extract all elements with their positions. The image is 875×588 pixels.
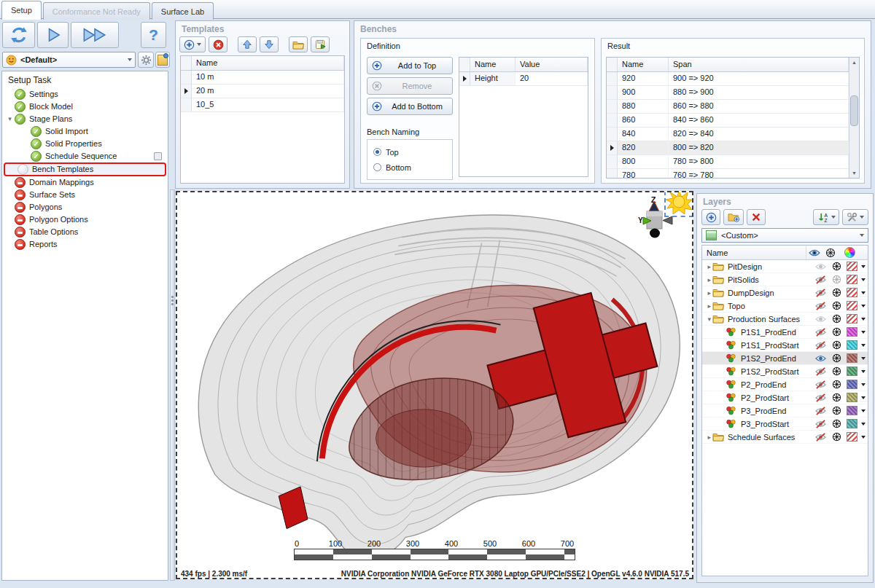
sidebar-item-surface-sets[interactable]: Surface Sets bbox=[2, 189, 168, 201]
table-row[interactable]: 800 780 => 800 bbox=[607, 155, 849, 169]
sidebar-item-settings[interactable]: ✓ Settings bbox=[2, 88, 168, 101]
layer-name[interactable]: P3_ProdEnd bbox=[738, 407, 812, 415]
visibility-column-header[interactable] bbox=[806, 248, 822, 257]
template-delete-button[interactable] bbox=[209, 36, 228, 52]
layer-name[interactable]: Production Surfaces bbox=[725, 315, 812, 324]
twisty-icon[interactable]: ▸ bbox=[702, 302, 711, 310]
layer-name[interactable]: P1S2_ProdStart bbox=[738, 367, 812, 376]
color-swatch[interactable] bbox=[847, 380, 858, 389]
layer-options-caret[interactable] bbox=[859, 436, 868, 439]
layer-name[interactable]: P2_ProdStart bbox=[738, 393, 812, 402]
visibility-toggle[interactable] bbox=[812, 302, 828, 310]
template-import-button[interactable] bbox=[289, 36, 308, 52]
bench-param-value[interactable]: 20 bbox=[516, 72, 588, 85]
visibility-toggle[interactable] bbox=[812, 367, 828, 376]
result-span-header[interactable]: Span bbox=[669, 58, 849, 71]
layer-options-caret[interactable] bbox=[859, 383, 868, 386]
color-swatch[interactable] bbox=[847, 366, 858, 376]
filter-toggle[interactable] bbox=[828, 288, 844, 297]
sidebar-item-block-model[interactable]: ✓ Block Model bbox=[2, 101, 168, 113]
color-swatch[interactable] bbox=[847, 262, 858, 271]
layer-options-caret[interactable] bbox=[859, 423, 868, 426]
sidebar-item-polygons[interactable]: Polygons bbox=[2, 201, 168, 213]
result-span-cell[interactable]: 760 => 780 bbox=[669, 169, 849, 178]
template-name-cell[interactable]: 10 m bbox=[192, 71, 344, 84]
layer-row-schedule-surfaces[interactable]: ▸ Schedule Surfaces bbox=[702, 431, 868, 444]
add-to-top-button[interactable]: Add to Top bbox=[367, 57, 453, 74]
layer-options-caret[interactable] bbox=[859, 331, 868, 334]
sidebar-item-solid-properties[interactable]: ✓ Solid Properties bbox=[2, 138, 168, 150]
sidebar-item-schedule-sequence[interactable]: ✓ Schedule Sequence bbox=[2, 150, 168, 162]
result-name-cell[interactable]: 860 bbox=[618, 114, 669, 127]
template-move-up-button[interactable] bbox=[238, 36, 257, 52]
result-name-cell[interactable]: 920 bbox=[618, 72, 669, 85]
result-span-cell[interactable]: 900 => 920 bbox=[669, 72, 849, 85]
run-button[interactable] bbox=[37, 22, 69, 48]
layer-row-p2-prodend[interactable]: P2_ProdEnd bbox=[702, 378, 868, 391]
filter-toggle[interactable] bbox=[828, 366, 844, 376]
sidebar-item-stage-plans[interactable]: ▾ ✓ Stage Plans bbox=[2, 113, 168, 125]
layer-options-caret[interactable] bbox=[859, 278, 868, 281]
filter-toggle[interactable] bbox=[828, 327, 844, 337]
sidebar-item-solid-import[interactable]: ✓ Solid Import bbox=[2, 125, 168, 138]
layer-name[interactable]: P3_ProdStart bbox=[738, 420, 812, 428]
table-row[interactable]: Height (m) 20 bbox=[459, 72, 588, 86]
layer-sort-button[interactable]: A Z bbox=[813, 209, 839, 225]
scroll-thumb[interactable] bbox=[850, 95, 858, 126]
bench-naming-radio-bottom[interactable]: Bottom bbox=[373, 160, 446, 175]
result-name-header[interactable]: Name bbox=[618, 58, 669, 71]
layer-options-caret[interactable] bbox=[859, 265, 868, 268]
run-all-button[interactable] bbox=[71, 22, 119, 48]
color-swatch[interactable] bbox=[847, 353, 858, 363]
layer-name[interactable]: PitDesign bbox=[725, 262, 812, 271]
layer-row-p3-prodstart[interactable]: P3_ProdStart bbox=[702, 418, 868, 431]
viewport-splitter[interactable] bbox=[170, 189, 175, 581]
def-value-header[interactable]: Value bbox=[516, 58, 588, 71]
templates-name-header[interactable]: Name bbox=[192, 56, 344, 70]
note-indicator-icon[interactable] bbox=[154, 152, 162, 160]
layer-name[interactable]: Topo bbox=[725, 302, 812, 310]
layer-options-caret[interactable] bbox=[859, 409, 868, 412]
layer-row-p2-prodstart[interactable]: P2_ProdStart bbox=[702, 391, 868, 404]
result-name-cell[interactable]: 880 bbox=[618, 100, 669, 113]
layer-row-pitsolids[interactable]: ▸ PitSolids bbox=[702, 273, 868, 286]
table-row[interactable]: 820 800 => 820 bbox=[607, 141, 849, 155]
color-swatch[interactable] bbox=[847, 327, 858, 337]
layer-name[interactable]: Schedule Surfaces bbox=[725, 433, 812, 442]
filter-toggle[interactable] bbox=[828, 314, 844, 324]
twisty-icon[interactable]: ▸ bbox=[702, 276, 711, 283]
layer-add-button[interactable] bbox=[701, 209, 720, 225]
filter-toggle[interactable] bbox=[828, 353, 844, 363]
layer-options-caret[interactable] bbox=[859, 291, 868, 294]
filter-column-header[interactable] bbox=[822, 248, 839, 258]
visibility-toggle[interactable] bbox=[812, 328, 828, 337]
filter-toggle[interactable] bbox=[828, 340, 844, 350]
color-swatch[interactable] bbox=[847, 419, 858, 428]
result-span-cell[interactable]: 800 => 820 bbox=[669, 141, 849, 154]
layer-row-p1s1-prodstart[interactable]: P1S1_ProdStart bbox=[702, 339, 868, 352]
tab-setup[interactable]: Setup bbox=[1, 1, 42, 20]
filter-toggle[interactable] bbox=[828, 275, 844, 284]
filter-toggle[interactable] bbox=[828, 406, 844, 415]
result-span-cell[interactable]: 820 => 840 bbox=[669, 128, 849, 141]
tab-conformance-not-ready[interactable]: Conformance Not Ready bbox=[43, 2, 150, 20]
color-swatch[interactable] bbox=[847, 340, 858, 350]
layer-options-caret[interactable] bbox=[859, 396, 868, 399]
color-swatch[interactable] bbox=[847, 432, 858, 442]
color-swatch[interactable] bbox=[847, 301, 858, 310]
result-name-cell[interactable]: 900 bbox=[618, 86, 669, 99]
layer-delete-button[interactable] bbox=[747, 209, 766, 225]
layer-row-topo[interactable]: ▸ Topo bbox=[702, 299, 868, 313]
layer-add-folder-button[interactable] bbox=[723, 209, 744, 225]
sidebar-item-bench-templates[interactable]: Bench Templates bbox=[4, 162, 166, 176]
sidebar-item-reports[interactable]: Reports bbox=[2, 238, 168, 251]
layer-row-p1s1-prodend[interactable]: P1S1_ProdEnd bbox=[702, 326, 868, 339]
color-swatch[interactable] bbox=[847, 288, 858, 297]
layer-row-p3-prodend[interactable]: P3_ProdEnd bbox=[702, 404, 868, 418]
table-row[interactable]: 920 900 => 920 bbox=[607, 72, 849, 86]
template-move-down-button[interactable] bbox=[260, 36, 279, 52]
layer-options-caret[interactable] bbox=[859, 357, 868, 360]
visibility-toggle[interactable] bbox=[812, 315, 828, 324]
color-swatch[interactable] bbox=[847, 406, 858, 415]
color-swatch[interactable] bbox=[847, 314, 858, 324]
